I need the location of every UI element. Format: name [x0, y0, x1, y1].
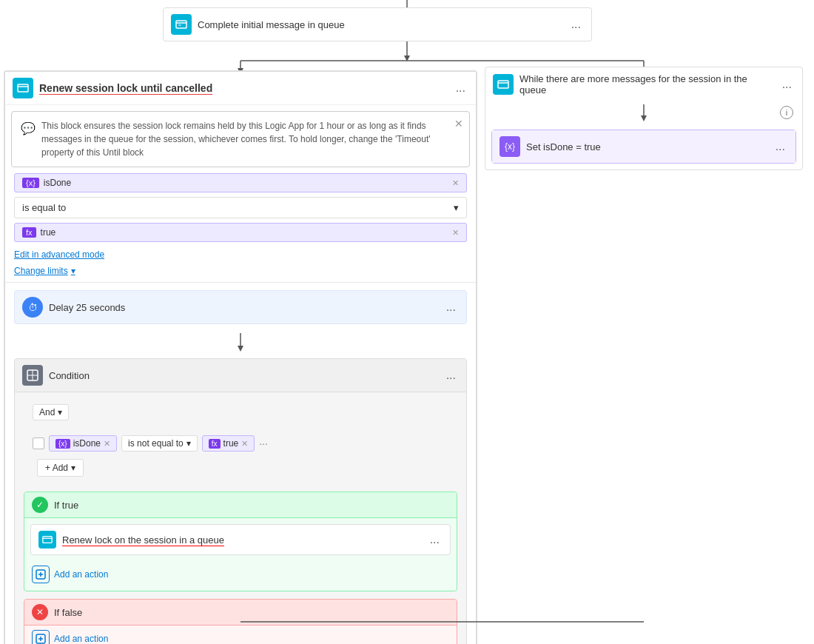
change-limits-text: Change limits: [14, 266, 68, 276]
and-dropdown[interactable]: And ▾: [33, 404, 69, 420]
svg-marker-20: [238, 346, 243, 352]
delay-block: ⏱ Delay 25 seconds ...: [14, 290, 467, 324]
x-icon: ✕: [32, 604, 48, 620]
cond-operator-label: is not equal to: [128, 438, 184, 449]
svg-rect-24: [43, 537, 52, 543]
delay-icon: ⏱: [22, 297, 43, 318]
change-limits-link[interactable]: Change limits ▾: [5, 263, 476, 279]
if-false-header: ✕ If false: [24, 600, 457, 625]
while-info-arrow: i: [485, 101, 802, 124]
add-chevron: ▾: [71, 463, 75, 473]
if-false-branch: ✕ If false Add an action: [24, 599, 457, 644]
equal-to-dropdown[interactable]: is equal to ▾: [14, 197, 467, 218]
renew-lock-title: Renew lock on the session in a queue: [62, 534, 421, 546]
isdone-fx-badge: {x}: [22, 178, 39, 188]
info-box: 💬 This block ensures the session lock re…: [11, 111, 470, 167]
delay-to-cond-arrow: [5, 332, 476, 351]
if-true-add-action-text: Add an action: [54, 569, 108, 580]
until-icon: [13, 78, 33, 98]
delay-header: ⏱ Delay 25 seconds ...: [15, 291, 466, 323]
while-info-icon: i: [780, 106, 793, 119]
delay-more-btn[interactable]: ...: [443, 301, 459, 314]
add-condition-btn[interactable]: + Add ▾: [15, 455, 466, 484]
cond-isdone-tag: {x} isDone ✕: [49, 435, 117, 452]
while-more-btn[interactable]: ...: [779, 78, 795, 91]
top-message-block: Complete initial message in queue ...: [163, 7, 592, 41]
condition-header: Condition ...: [15, 359, 466, 392]
top-message-icon: [171, 14, 192, 35]
top-message-header: Complete initial message in queue ...: [164, 8, 591, 41]
equal-to-label: is equal to: [22, 202, 66, 213]
svg-rect-14: [176, 21, 186, 28]
info-text: This block ensures the session lock rema…: [41, 119, 460, 159]
svg-marker-3: [404, 56, 410, 61]
condition-title: Condition: [49, 370, 437, 381]
cond-checkbox[interactable]: [33, 437, 44, 449]
info-close-btn[interactable]: ✕: [454, 116, 463, 132]
delay-title: Delay 25 seconds: [49, 302, 437, 313]
until-more-btn[interactable]: ...: [453, 81, 468, 95]
set-isdone-block: {x} Set isDone = true ...: [491, 130, 796, 164]
while-title: While there are more messages for the se…: [519, 73, 773, 95]
cond-operator-chevron: ▾: [186, 438, 191, 449]
cond-true-label: true: [223, 438, 239, 449]
renew-lock-more-btn[interactable]: ...: [427, 533, 443, 546]
info-icon: 💬: [21, 120, 36, 138]
condition-icon: [22, 365, 43, 386]
renew-lock-icon: [38, 531, 56, 549]
and-chevron: ▾: [58, 407, 62, 417]
cond-true-tag: fx true ✕: [202, 435, 255, 452]
if-false-add-action-btn-1[interactable]: Add an action: [24, 625, 457, 644]
and-area: And ▾: [15, 392, 466, 432]
isdone-remove-btn[interactable]: ✕: [452, 178, 459, 188]
isdone-tag-row: {x} isDone ✕: [14, 173, 467, 192]
add-label: + Add: [45, 463, 68, 473]
cond-operator-dropdown[interactable]: is not equal to ▾: [121, 435, 198, 452]
if-false-add-action-text-1: Add an action: [54, 634, 108, 644]
cond-row-more-btn[interactable]: ···: [259, 437, 268, 449]
condition-row: {x} isDone ✕ is not equal to ▾ fx true ✕…: [33, 435, 457, 452]
if-false-add-action-icon-1: [32, 630, 50, 644]
if-true-add-action-btn[interactable]: Add an action: [24, 561, 457, 591]
svg-rect-17: [18, 84, 28, 92]
while-block: While there are more messages for the se…: [485, 67, 803, 170]
while-header: While there are more messages for the se…: [485, 67, 802, 101]
true-fx-badge: fx: [22, 227, 36, 238]
cond-true-fx-badge: fx: [209, 439, 221, 449]
top-message-title: Complete initial message in queue: [198, 19, 562, 30]
if-true-header: ✓ If true: [24, 492, 457, 518]
until-title: Renew session lock until cancelled: [39, 82, 447, 94]
condition-more-btn[interactable]: ...: [443, 369, 459, 382]
set-isdone-header: {x} Set isDone = true ...: [492, 130, 796, 163]
change-limits-chevron: ▾: [71, 266, 75, 276]
cond-isdone-label: isDone: [73, 438, 101, 449]
svg-rect-35: [498, 81, 508, 88]
edit-advanced-text: Edit in advanced mode: [14, 249, 104, 260]
true-remove-btn[interactable]: ✕: [452, 228, 459, 238]
if-true-branch: ✓ If true Renew lock on the session in a…: [24, 492, 457, 591]
cond-isdone-remove[interactable]: ✕: [104, 439, 110, 449]
edit-advanced-link[interactable]: Edit in advanced mode: [5, 246, 476, 263]
until-header: Renew session lock until cancelled ...: [5, 72, 476, 105]
renew-lock-action: Renew lock on the session in a queue ...: [30, 524, 451, 555]
svg-marker-38: [641, 115, 647, 121]
if-false-label: If false: [54, 607, 82, 618]
dropdown-chevron: ▾: [454, 202, 459, 213]
isdone-label: isDone: [44, 178, 71, 188]
set-isdone-icon: {x}: [500, 136, 520, 157]
top-message-more-btn[interactable]: ...: [568, 18, 584, 31]
condition-block: Condition ... And ▾ {x} isDone ✕: [14, 358, 467, 644]
cond-fx-badge: {x}: [56, 439, 70, 449]
set-isdone-more-btn[interactable]: ...: [773, 140, 788, 153]
true-tag-row: fx true ✕: [14, 223, 467, 242]
set-isdone-title: Set isDone = true: [526, 141, 767, 152]
if-true-label: If true: [54, 500, 78, 511]
and-label: And: [39, 407, 55, 417]
true-label: true: [41, 227, 56, 238]
check-icon: ✓: [32, 497, 48, 513]
if-true-add-action-icon: [32, 566, 50, 583]
cond-true-remove[interactable]: ✕: [241, 439, 248, 449]
until-block: Renew session lock until cancelled ... 💬…: [4, 70, 477, 644]
while-icon: [493, 74, 514, 95]
